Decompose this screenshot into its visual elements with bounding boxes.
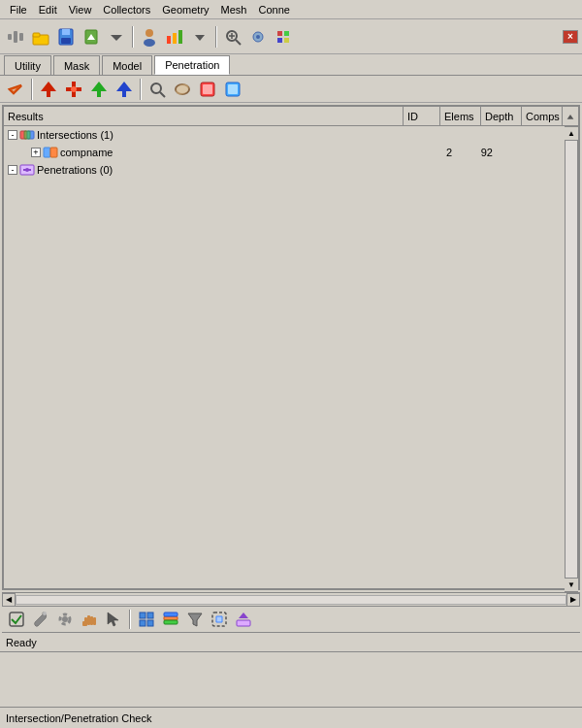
penetrations-row[interactable]: - Penetrations (0) (4, 161, 578, 179)
penetrations-expand-icon[interactable]: - (8, 165, 17, 175)
svg-rect-65 (140, 620, 146, 626)
svg-rect-15 (178, 30, 182, 44)
svg-marker-16 (195, 35, 205, 41)
scroll-right-btn[interactable]: ▶ (566, 593, 580, 607)
toolbar-dropdown2-btn[interactable] (188, 25, 211, 49)
toolbar-view-btn[interactable] (246, 25, 270, 49)
col-header-id[interactable]: ID (404, 107, 440, 125)
menubar: File Edit View Collectors Geometry Mesh … (0, 0, 582, 19)
bottom-layer-btn[interactable] (160, 609, 181, 630)
col-header-depth[interactable]: Depth (481, 107, 522, 125)
toolbar-person-btn[interactable] (138, 25, 161, 49)
tab-utility[interactable]: Utility (4, 55, 51, 75)
toolbar2-lines-btn[interactable] (113, 78, 136, 101)
svg-point-32 (71, 86, 77, 92)
toolbar2-color-btn[interactable] (196, 78, 219, 101)
toolbar2-search-btn[interactable] (146, 78, 169, 101)
close-panel-btn[interactable]: × (563, 30, 578, 44)
svg-rect-47 (44, 148, 50, 157)
horizontal-scrollbar[interactable]: ◀ ▶ (2, 592, 580, 606)
scroll-up-btn[interactable] (563, 107, 578, 125)
vertical-scrollbar[interactable]: ▲ ▼ (565, 126, 578, 592)
col-header-comps[interactable]: Comps (522, 107, 563, 125)
svg-rect-7 (61, 38, 71, 44)
svg-marker-29 (41, 82, 56, 97)
svg-rect-25 (277, 38, 282, 43)
menu-mesh[interactable]: Mesh (215, 2, 253, 17)
toolbar2-arrow-btn[interactable] (37, 78, 60, 101)
svg-rect-42 (228, 84, 238, 94)
scroll-left-btn[interactable]: ◀ (2, 593, 16, 607)
toolbar-snap-btn[interactable] (272, 25, 295, 49)
svg-line-36 (160, 92, 165, 97)
menu-file[interactable]: File (4, 2, 33, 17)
toolbar-chart-btn[interactable] (163, 25, 186, 49)
menu-conne[interactable]: Conne (252, 2, 295, 17)
svg-point-35 (151, 83, 161, 93)
toolbar2-sep1 (31, 79, 33, 100)
statusbar: Ready (0, 633, 582, 652)
compname-expand-icon[interactable]: + (31, 148, 41, 157)
svg-marker-34 (116, 82, 132, 97)
toolbar2-arrow2-btn[interactable] (87, 78, 111, 101)
toolbar2-check-btn[interactable] (4, 78, 27, 101)
bottom-sep1 (129, 610, 131, 629)
tab-mask[interactable]: Mask (53, 55, 100, 75)
toolbar2-render-btn[interactable] (171, 78, 194, 101)
toolbar2-fill-btn[interactable] (221, 78, 244, 101)
bottom-gear-btn[interactable] (54, 609, 76, 630)
svg-rect-26 (284, 38, 289, 43)
col-header-results[interactable]: Results (4, 107, 404, 125)
bottom-grid-btn[interactable] (136, 609, 157, 630)
intersections-expand-icon[interactable]: - (8, 130, 17, 140)
bottom-select-btn[interactable] (209, 609, 230, 630)
svg-rect-1 (14, 31, 17, 43)
compname-elems: 92 (456, 147, 497, 158)
footer-text: Intersection/Penetration Check (6, 712, 151, 724)
svg-point-51 (25, 168, 29, 172)
svg-rect-24 (284, 31, 289, 36)
bottom-hand-btn[interactable] (79, 609, 100, 630)
compname-label: compname (60, 147, 419, 158)
penetrations-icon (19, 163, 35, 177)
menu-edit[interactable]: Edit (33, 2, 63, 17)
scroll-track[interactable] (566, 141, 577, 578)
scroll-up-button[interactable]: ▲ (565, 127, 578, 141)
intersections-row[interactable]: - Intersections (1) (4, 126, 578, 144)
toolbar-settings-btn[interactable] (4, 25, 27, 49)
col-header-elems[interactable]: Elems (440, 107, 481, 125)
svg-point-22 (256, 35, 260, 39)
bottom-filter-btn[interactable] (184, 609, 206, 630)
svg-rect-23 (277, 31, 282, 36)
toolbar-import-btn[interactable] (80, 25, 103, 49)
svg-rect-73 (237, 620, 250, 626)
intersections-label: Intersections (1) (37, 129, 419, 141)
svg-marker-74 (239, 612, 248, 618)
scroll-h-track[interactable] (16, 595, 566, 605)
toolbar-open-btn[interactable] (29, 25, 52, 49)
main-toolbar: × (0, 19, 582, 54)
svg-rect-61 (82, 621, 87, 626)
close-icon[interactable]: × (563, 30, 578, 44)
toolbar-zoom-btn[interactable] (221, 25, 244, 49)
menu-geometry[interactable]: Geometry (156, 2, 214, 17)
bottom-check-btn[interactable] (6, 609, 27, 630)
toolbar-dropdown-btn[interactable] (105, 25, 128, 49)
tab-penetration[interactable]: Penetration (154, 55, 230, 75)
compname-icon (43, 146, 58, 159)
tab-model[interactable]: Model (102, 55, 152, 75)
svg-marker-33 (91, 82, 107, 97)
toolbar-save-btn[interactable] (54, 25, 78, 49)
bottom-export-btn[interactable] (233, 609, 254, 630)
menu-view[interactable]: View (63, 2, 98, 17)
menu-collectors[interactable]: Collectors (97, 2, 156, 17)
penetrations-label: Penetrations (0) (37, 164, 419, 176)
toolbar2-cross-btn[interactable] (62, 78, 85, 101)
svg-rect-63 (140, 612, 146, 618)
bottom-cursor-btn[interactable] (103, 609, 124, 630)
svg-rect-4 (33, 33, 40, 37)
bottom-wrench-btn[interactable] (30, 609, 51, 630)
compname-row[interactable]: + compname 2 92 1 (4, 144, 578, 161)
scroll-down-button[interactable]: ▼ (565, 578, 578, 591)
svg-rect-60 (93, 617, 96, 625)
